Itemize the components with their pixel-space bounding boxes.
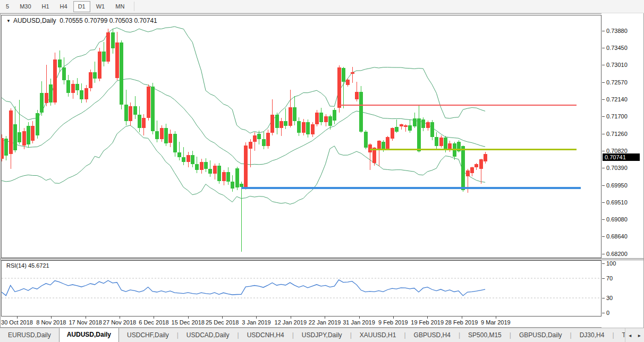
chart-tab-usdjpy-daily[interactable]: USDJPY,Daily: [294, 328, 350, 342]
price-axis-label: 0.73880: [606, 28, 628, 35]
rsi-axis-label: 30: [606, 295, 613, 302]
date-axis-tick: [188, 317, 189, 319]
price-axis-tick: [602, 219, 605, 220]
chart-title: ▼AUDUSD,Daily 0.70555 0.70799 0.70503 0.…: [6, 17, 157, 24]
timeframe-button-m30[interactable]: M30: [15, 1, 36, 12]
timeframe-button-mn[interactable]: MN: [111, 1, 129, 12]
date-axis-tick: [256, 317, 257, 319]
price-axis-label: 0.68200: [606, 251, 628, 258]
price-axis-label: 0.71700: [606, 113, 628, 120]
timeframe-button-d1[interactable]: D1: [73, 1, 90, 12]
chart-tab-eurusd-daily[interactable]: EURUSD,Daily: [0, 328, 59, 342]
bollinger-bands: [2, 27, 485, 204]
price-axis-tick: [602, 65, 605, 65]
date-axis-tick: [86, 317, 86, 319]
price-axis-label: 0.69080: [606, 216, 628, 223]
rsi-axis-tick: [602, 313, 605, 313]
price-axis-label: 0.71260: [606, 131, 628, 138]
price-axis-label: 0.73010: [606, 62, 628, 69]
price-axis-tick: [602, 151, 605, 151]
price-axis-tick: [602, 31, 605, 31]
chart-tab-audusd-daily[interactable]: AUDUSD,Daily: [59, 328, 119, 342]
price-axis-tick: [602, 116, 605, 117]
date-axis-tick: [427, 317, 428, 319]
panel-splitter[interactable]: [1, 258, 643, 260]
date-axis[interactable]: 30 Oct 20188 Nov 201817 Nov 201827 Nov 2…: [0, 318, 644, 328]
date-axis-tick: [291, 317, 291, 319]
price-axis-tick: [602, 168, 605, 168]
rsi-axis-tick: [602, 278, 605, 279]
rsi-axis-label: 70: [606, 275, 613, 282]
date-axis-tick: [222, 317, 223, 319]
price-axis-tick: [602, 48, 605, 48]
date-axis-tick: [154, 317, 154, 319]
tab-scroll-controls: ◂ ▸: [625, 328, 644, 342]
chart-symbol-label: AUDUSD,Daily: [13, 17, 56, 24]
date-axis-tick: [462, 317, 462, 319]
chart-tab-xauusd-h1[interactable]: XAUUSD,H1: [352, 328, 404, 342]
date-axis-tick: [17, 317, 18, 319]
main-plot-border: [2, 15, 601, 258]
chart-ohlc-values: 0.70555 0.70799 0.70503 0.70741: [60, 17, 157, 24]
price-axis-tick: [602, 134, 605, 134]
rsi-indicator-label: RSI(14) 45.6721: [6, 262, 49, 269]
timeframe-toolbar: 5M30H1H4D1W1MN: [0, 0, 644, 13]
price-axis-label: 0.72570: [606, 79, 628, 86]
price-axis-label: 0.68640: [606, 233, 628, 240]
price-axis-tick: [602, 254, 605, 254]
price-axis-tick: [602, 202, 605, 203]
price-axis-tick: [602, 99, 605, 100]
rsi-indicator-canvas[interactable]: [1, 260, 601, 317]
toolbar-separator: [134, 2, 134, 11]
price-axis-tick: [602, 236, 605, 237]
main-chart-canvas[interactable]: [1, 14, 601, 258]
date-axis-label: 9 Mar 2019: [472, 319, 520, 326]
current-price-badge: 0.70741: [603, 153, 640, 161]
rsi-plot-border: [2, 261, 601, 317]
timeframe-button-w1[interactable]: W1: [91, 1, 110, 12]
mt4-window: { "toolbar": { "timeframes": ["5", "M30"…: [0, 0, 644, 342]
candles: [1, 29, 487, 252]
rsi-axis-label: 0: [606, 310, 609, 317]
chart-tab-usdcad-daily[interactable]: USDCAD,Daily: [179, 328, 238, 342]
symbol-dropdown-icon[interactable]: ▼: [6, 19, 11, 23]
chart-tab-sp500-m15[interactable]: SP500,M15: [460, 328, 510, 342]
price-axis-label: 0.69950: [606, 182, 628, 189]
chart-tab-usdcnh-h4[interactable]: USDCNH,H4: [239, 328, 292, 342]
date-axis-tick: [359, 317, 360, 319]
price-axis-label: 0.69510: [606, 199, 628, 206]
date-axis-tick: [51, 317, 52, 319]
price-axis-label: 0.73450: [606, 45, 628, 52]
date-axis-tick: [325, 317, 325, 319]
chart-tab-usdchf-daily[interactable]: USDCHF,Daily: [119, 328, 177, 342]
timeframe-button-h1[interactable]: H1: [37, 1, 54, 12]
chart-tab-dj30-h4[interactable]: DJ30,H4: [572, 328, 613, 342]
timeframe-button-h4[interactable]: H4: [55, 1, 72, 12]
date-axis-tick: [393, 317, 394, 319]
chart-tab-gbpusd-daily[interactable]: GBPUSD,Daily: [511, 328, 570, 342]
tab-scroll-left-icon[interactable]: ◂: [629, 332, 631, 338]
price-axis-label: 0.70390: [606, 165, 628, 172]
rsi-axis-tick: [602, 298, 605, 298]
rsi-axis-label: 100: [606, 260, 616, 267]
date-axis-tick: [120, 317, 120, 319]
price-axis-tick: [602, 185, 605, 186]
rsi-axis-tick: [602, 263, 605, 264]
date-axis-tick: [496, 317, 496, 319]
price-axis-label: 0.72140: [606, 96, 628, 103]
rsi-line: [2, 280, 485, 296]
price-axis-tick: [602, 82, 605, 83]
tab-scroll-right-icon[interactable]: ▸: [638, 332, 641, 338]
chart-tab-bar: EURUSD,DailyAUDUSD,DailyUSDCHF,Daily|USD…: [0, 328, 644, 342]
timeframe-button-5[interactable]: 5: [1, 1, 14, 12]
chart-tab-gbpusd-h4[interactable]: GBPUSD,H4: [406, 328, 459, 342]
